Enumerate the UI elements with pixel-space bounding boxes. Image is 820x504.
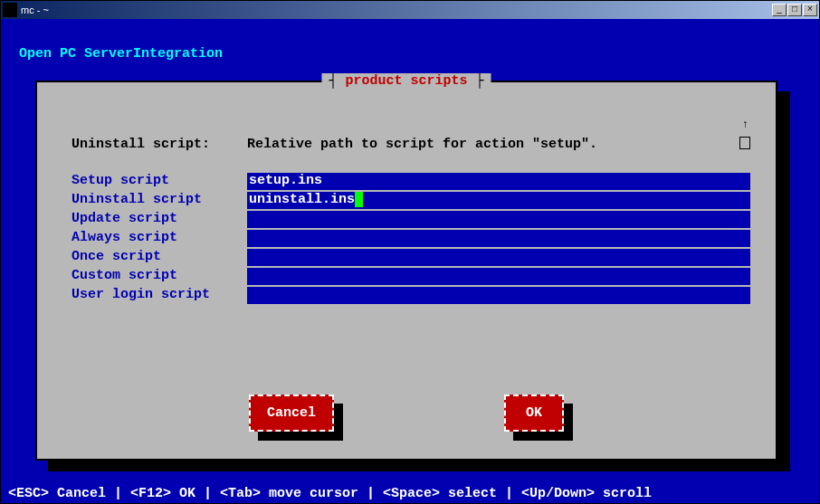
titlebar: mc - ~ _ □ ×: [1, 1, 819, 19]
field-input[interactable]: uninstall.ins: [247, 192, 750, 209]
field-label: Custom script: [72, 268, 247, 285]
app-window: mc - ~ _ □ × Open PC ServerIntegration p…: [0, 0, 820, 504]
field-input[interactable]: [247, 211, 750, 228]
scroll-up-icon: ↑: [742, 119, 748, 131]
field-row: User login script: [72, 287, 750, 304]
field-label: Always script: [72, 230, 247, 247]
field-input[interactable]: setup.ins: [247, 173, 750, 190]
window-title: mc - ~: [21, 5, 772, 15]
minimize-button[interactable]: _: [772, 4, 787, 16]
field-input[interactable]: [247, 249, 750, 266]
script-fields: Setup scriptsetup.insUninstall scriptuni…: [72, 173, 750, 306]
ok-button[interactable]: OK: [504, 395, 564, 432]
status-bar: <ESC> Cancel | <F12> OK | <Tab> move cur…: [8, 486, 812, 501]
field-row: Uninstall scriptuninstall.ins: [72, 192, 750, 209]
field-row: Once script: [72, 249, 750, 266]
close-button[interactable]: ×: [803, 4, 817, 16]
field-label: Once script: [72, 249, 247, 266]
field-input[interactable]: [247, 230, 750, 247]
field-row: Always script: [72, 230, 750, 247]
window-buttons: _ □ ×: [772, 4, 817, 16]
field-description-text: Relative path to script for action "setu…: [247, 137, 597, 152]
app-icon: [3, 3, 17, 17]
ok-button-wrap: OK: [504, 395, 564, 432]
product-scripts-dialog: product scripts ↑ Uninstall script: Rela…: [35, 81, 777, 461]
field-input[interactable]: [247, 268, 750, 285]
field-row: Setup scriptsetup.ins: [72, 173, 750, 190]
cancel-button-wrap: Cancel: [249, 395, 334, 432]
field-description-label: Uninstall script:: [72, 137, 210, 152]
app-header: Open PC ServerIntegration: [19, 46, 223, 62]
field-label: Uninstall script: [72, 192, 247, 209]
terminal-area: Open PC ServerIntegration product script…: [1, 19, 819, 503]
field-label: Setup script: [72, 173, 247, 190]
field-row: Update script: [72, 211, 750, 228]
option-checkbox[interactable]: [739, 137, 750, 149]
maximize-button[interactable]: □: [787, 4, 802, 16]
field-label: User login script: [72, 287, 247, 304]
field-row: Custom script: [72, 268, 750, 285]
field-input[interactable]: [247, 287, 750, 304]
field-label: Update script: [72, 211, 247, 228]
dialog-title: product scripts: [321, 73, 491, 89]
cancel-button[interactable]: Cancel: [249, 395, 334, 432]
text-cursor: [355, 192, 363, 207]
dialog-buttons: Cancel OK: [37, 395, 776, 432]
